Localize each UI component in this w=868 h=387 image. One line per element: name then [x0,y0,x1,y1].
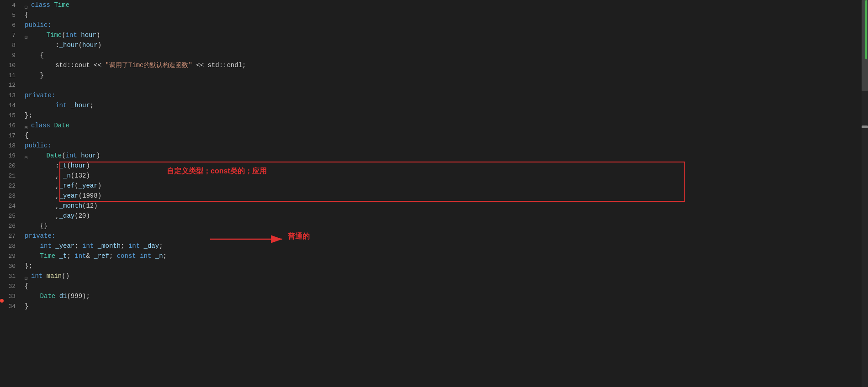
code-line: 30}; [0,261,868,271]
token [55,252,59,260]
line-number: 28 [0,241,23,251]
line-number: 17 [0,131,23,141]
token: public: [25,21,52,29]
line-content: ⊟class Time [23,0,868,10]
code-line: 33 Date d1(999); [0,291,868,301]
token: () [62,272,69,280]
token: ⊟ [25,123,30,128]
code-line: 28 int _year; int _month; int _day; [0,241,868,251]
line-content: ⊟ Time(int hour) [23,30,868,40]
token: "调用了Time的默认构造函数" [105,62,192,69]
line-number: 16 [0,121,23,131]
line-content: Date d1(999); [23,291,868,301]
token: d1 [59,293,67,300]
line-content: } [23,70,868,80]
token: ( [62,152,65,159]
token [140,242,143,250]
line-content: ⊟ Date(int hour) [23,151,868,161]
line-number: 26 [0,221,23,231]
token [77,31,81,39]
token: _hour [59,42,79,49]
line-number: 29 [0,251,23,261]
token: int [140,252,151,260]
token: ) [96,31,100,39]
token: : [25,42,59,49]
scrollbar-green-indicator [865,0,867,59]
code-line: 16⊟class Date [0,120,868,131]
code-line: 17{ [0,131,868,141]
line-number: 20 [0,161,23,171]
token: _year [79,182,98,189]
token: public: [25,142,52,149]
token: std::cout << [55,62,105,69]
token: ; [109,252,117,260]
line-content: {} [23,221,868,231]
token: ) [86,162,90,169]
token: private: [25,232,55,240]
token: ; [67,252,74,260]
line-number: 10 [0,61,23,71]
token: class [31,1,50,9]
token: (1998) [79,192,101,199]
line-number: 12 [0,80,23,90]
scrollbar[interactable] [862,0,868,387]
token: ; [90,102,94,109]
code-line: 14 int _hour; [0,100,868,110]
token: _year [55,242,74,250]
token: , [25,192,59,199]
token: {} [25,222,48,230]
token: { [25,11,28,19]
token: ) [98,182,101,189]
code-line: 31⊟int main() [0,271,868,281]
code-line: 19⊟ Date(int hour) [0,151,868,161]
token [42,272,46,280]
line-content: ,_year(1998) [23,191,868,201]
line-content: , _n(132) [23,171,868,181]
token: ⊟ [25,2,30,8]
line-number: 13 [0,91,23,101]
line-content: ,_ref(_year) [23,181,868,191]
token: Date [47,152,62,159]
line-content: ,_day(20) [23,211,868,221]
line-number: 23 [0,191,23,201]
token: _year [59,192,79,199]
line-content: ,_month(12) [23,201,868,211]
token: Time [40,252,56,260]
code-line: 10 std::cout << "调用了Time的默认构造函数" << std:… [0,60,868,70]
code-line: 27private: [0,231,868,241]
token: _day [59,212,75,220]
token [25,252,40,260]
token: hour [82,42,98,49]
line-content: }; [23,110,868,120]
token: _n [63,172,71,179]
token: class [31,122,50,129]
code-line: 6public: [0,20,868,30]
token [151,252,155,260]
token: , [25,202,59,209]
token: hour [71,162,86,169]
token: private: [25,92,55,99]
token: ( [67,162,70,169]
token: ) [98,42,101,49]
token: int [66,31,77,39]
code-line: 21 , _n(132) [0,171,868,181]
code-line: 24 ,_month(12) [0,201,868,211]
code-line: 32{ [0,281,868,291]
code-line: 22 ,_ref(_year) [0,181,868,191]
token: , [25,172,63,179]
line-content: int _hour; [23,100,868,110]
editor: 4⊟class Time5{6public:7⊟ Time(int hour)8… [0,0,868,387]
token: hour [81,31,96,39]
line-content: public: [23,141,868,151]
token [52,242,55,250]
token: ; [74,242,82,250]
token: ; [121,242,128,250]
minimap-handle[interactable] [862,126,868,128]
token: ( [62,31,65,39]
line-number: 8 [0,41,23,51]
line-number: 5 [0,10,23,21]
line-number: 7 [0,31,23,41]
token: hour [81,152,96,159]
token [67,102,70,109]
token: _t [59,252,67,260]
